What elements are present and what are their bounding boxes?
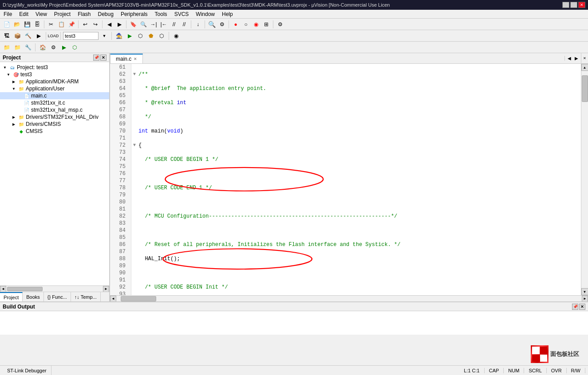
dbg4-btn[interactable]: ⬡: [157, 31, 166, 41]
menu-debug[interactable]: Debug: [95, 10, 117, 18]
dbg3-btn[interactable]: ⬟: [146, 31, 156, 41]
cut-button[interactable]: ✂: [46, 20, 56, 29]
save-all-button[interactable]: 🗄: [32, 20, 42, 29]
menu-svcs[interactable]: SVCS: [171, 10, 193, 18]
vscroll-up[interactable]: ▲: [581, 64, 588, 71]
tab-scroll-left[interactable]: ◀: [566, 56, 573, 61]
menu-window[interactable]: Window: [192, 10, 218, 18]
minimize-button[interactable]: —: [562, 2, 569, 8]
expand-61[interactable]: ▼: [133, 71, 138, 78]
vscroll-down[interactable]: ▼: [581, 288, 588, 295]
menu-file[interactable]: File: [0, 10, 16, 18]
menu-edit[interactable]: Edit: [16, 10, 32, 18]
tree-root[interactable]: ▼ 🗂 Project: test3: [0, 64, 109, 71]
tab-temp[interactable]: ↑↓ Temp...: [71, 292, 101, 301]
tool2-button[interactable]: ⚙: [217, 20, 227, 29]
menu-help[interactable]: Help: [218, 10, 237, 18]
title-text: D:\zyg\My_works\My Project\Embeded Syste…: [3, 2, 390, 8]
inc-indent-button[interactable]: →|: [149, 20, 158, 29]
hscroll-thumb[interactable]: [7, 287, 43, 291]
menu-flash[interactable]: Flash: [74, 10, 94, 18]
editor-tab-main-c[interactable]: main.c ✕: [110, 54, 143, 63]
tree-it-c[interactable]: 📄 stm32f1xx_it.c: [0, 99, 109, 106]
find-button[interactable]: 🔍: [138, 20, 148, 29]
menu-peripherals[interactable]: Peripherals: [117, 10, 151, 18]
tab-books[interactable]: Books: [23, 292, 44, 301]
record-stop-button[interactable]: ●: [231, 20, 241, 29]
record3-button[interactable]: ◉: [251, 20, 261, 29]
settings-button[interactable]: ⚙: [275, 20, 285, 29]
ln-65: 65: [110, 92, 128, 99]
build-close-icon[interactable]: ✕: [579, 304, 585, 310]
dbg2-btn[interactable]: ⬡: [135, 31, 145, 41]
close-button[interactable]: ✕: [578, 2, 585, 8]
tab-func[interactable]: {} Func...: [44, 292, 71, 301]
proj3-btn[interactable]: 🔨: [23, 31, 33, 41]
dec-indent-button[interactable]: |←: [159, 20, 169, 29]
uncomment-button[interactable]: //: [179, 20, 189, 29]
tab-project[interactable]: Project: [0, 292, 23, 301]
maximize-editor-icon[interactable]: ✕: [581, 53, 588, 63]
menu-view[interactable]: View: [32, 10, 51, 18]
tree-drivers-cmsis[interactable]: ▶ 📁 Drivers/CMSIS: [0, 121, 109, 128]
build-pin-icon[interactable]: 📌: [572, 304, 578, 310]
tb3-4[interactable]: 🏠: [38, 43, 47, 52]
tree-drivers-hal[interactable]: ▶ 📁 Drivers/STM32F1xx_HAL_Driv: [0, 113, 109, 121]
menu-project[interactable]: Project: [51, 10, 74, 18]
maximize-button[interactable]: ☐: [570, 2, 577, 8]
tree-cmsis[interactable]: ◆ CMSIS: [0, 128, 109, 135]
wizard-btn[interactable]: 🧙: [114, 31, 124, 41]
tab-scroll-right[interactable]: ▶: [573, 56, 580, 61]
dbg1-btn[interactable]: ▶: [125, 31, 134, 41]
target-dropdown[interactable]: ▼: [99, 31, 109, 41]
tb3-1[interactable]: 📁: [2, 43, 12, 52]
tree-msp-c[interactable]: 📄 stm32f1xx_hal_msp.c: [0, 106, 109, 113]
spacer-65: [133, 128, 138, 135]
open-button[interactable]: 📂: [12, 20, 22, 29]
code-editor[interactable]: ▼/** * @brief The application entry poin…: [131, 64, 581, 295]
expand-66[interactable]: ▼: [133, 142, 138, 149]
tb3-7[interactable]: ⬡: [70, 43, 79, 52]
tree-target[interactable]: ▼ 🎯 test3: [0, 71, 109, 78]
close-panel-icon[interactable]: ✕: [100, 55, 107, 61]
comment-button[interactable]: //: [169, 20, 179, 29]
ln-62: 62: [110, 71, 128, 78]
undo-button[interactable]: ↩: [80, 20, 90, 29]
search2-button[interactable]: 🔍: [207, 20, 217, 29]
tb3-2[interactable]: 📁: [12, 43, 22, 52]
proj4-btn[interactable]: ▶: [34, 31, 43, 41]
target-selector[interactable]: [63, 32, 99, 40]
paste-button[interactable]: 📌: [67, 20, 76, 29]
menu-tools[interactable]: Tools: [151, 10, 171, 18]
tree-app-user[interactable]: ▼ 📁 Application/User: [0, 85, 109, 92]
nav-back-button[interactable]: ◀: [104, 20, 114, 29]
hscroll-left[interactable]: ◀: [110, 296, 116, 302]
pin-icon[interactable]: 📌: [93, 55, 99, 61]
dbg5-btn[interactable]: ◉: [171, 31, 181, 41]
vscroll-thumb[interactable]: [582, 75, 588, 102]
redo-button[interactable]: ↪: [91, 20, 100, 29]
code-line-64: */: [133, 113, 581, 121]
insert-button[interactable]: ↓: [193, 20, 203, 29]
bookmark-button[interactable]: 🔖: [128, 20, 138, 29]
new-file-button[interactable]: 📄: [2, 20, 12, 29]
hscroll-left[interactable]: ◀: [0, 286, 6, 292]
tb3-6[interactable]: ▶: [59, 43, 69, 52]
save-button[interactable]: 💾: [22, 20, 32, 29]
tree-main-c[interactable]: 📄 main.c: [0, 92, 109, 99]
hscroll-right[interactable]: ▶: [103, 286, 109, 292]
file-it-icon: 📄: [24, 100, 30, 106]
hscroll-right[interactable]: ▶: [582, 296, 588, 302]
tb3-3[interactable]: 🔧: [23, 43, 33, 52]
record2-button[interactable]: ○: [241, 20, 251, 29]
expand-button[interactable]: ⊞: [261, 20, 271, 29]
project-btn[interactable]: 🏗: [2, 31, 12, 41]
tb3-5[interactable]: ⚙: [48, 43, 58, 52]
proj2-btn[interactable]: 📦: [12, 31, 22, 41]
copy-button[interactable]: 📋: [56, 20, 66, 29]
hscroll-thumb[interactable]: [121, 296, 156, 301]
tab-close-icon[interactable]: ✕: [134, 57, 137, 61]
nav-fwd-button[interactable]: ▶: [114, 20, 124, 29]
tree-app-mdk[interactable]: ▶ 📁 Application/MDK-ARM: [0, 78, 109, 85]
load-btn[interactable]: LOAD: [48, 31, 58, 41]
